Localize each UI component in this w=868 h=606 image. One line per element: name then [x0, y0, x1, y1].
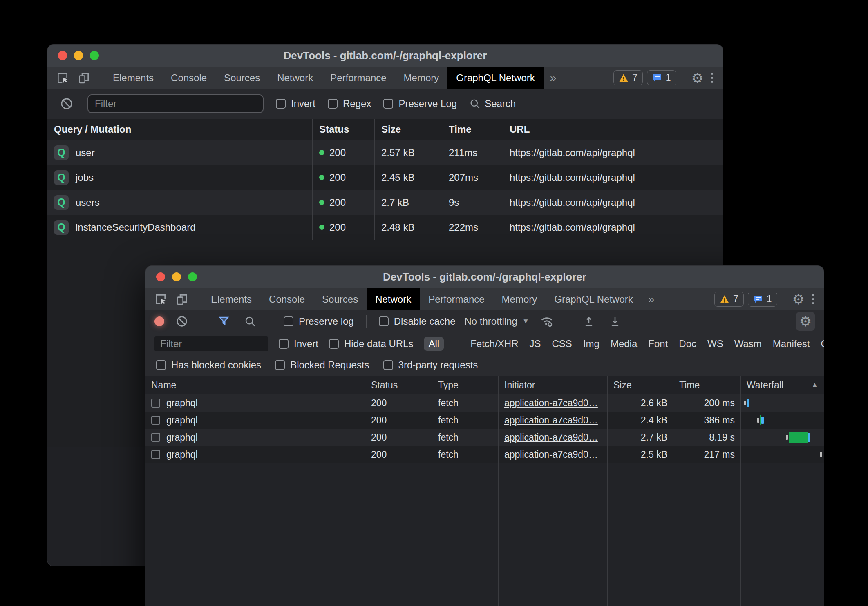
tab-overflow-chevron-icon[interactable]: » [642, 288, 661, 310]
titlebar[interactable]: DevTools - gitlab.com/-/graphql-explorer [47, 45, 723, 67]
invert-checkbox[interactable]: Invert [279, 338, 318, 350]
network-conditions-icon[interactable] [538, 313, 555, 330]
titlebar[interactable]: DevTools - gitlab.com/-/graphql-explorer [145, 266, 824, 288]
export-har-icon[interactable] [606, 313, 624, 330]
close-button[interactable] [58, 51, 67, 60]
graphql-request-row[interactable]: Quser 200 2.57 kB 211ms https://gitlab.c… [47, 140, 723, 165]
column-header-waterfall[interactable]: Waterfall ▲ [741, 376, 824, 394]
type-filter-css[interactable]: CSS [552, 338, 572, 350]
third-party-requests-checkbox[interactable]: 3rd-party requests [383, 359, 478, 371]
tab-console[interactable]: Console [260, 288, 313, 310]
more-options-icon[interactable] [708, 73, 716, 83]
row-checkbox[interactable] [151, 399, 160, 408]
tab-graphql-network[interactable]: GraphQL Network [447, 67, 544, 89]
column-header-time[interactable]: Time [673, 376, 741, 394]
initiator-link[interactable]: application-a7ca9d0… [504, 415, 598, 426]
invert-checkbox[interactable]: Invert [276, 98, 315, 109]
record-network-log-button[interactable] [154, 316, 164, 326]
more-options-icon[interactable] [809, 294, 817, 304]
inspect-element-icon[interactable] [152, 291, 169, 308]
minimize-button[interactable] [74, 51, 83, 60]
hide-data-urls-checkbox[interactable]: Hide data URLs [329, 338, 413, 350]
tab-elements[interactable]: Elements [104, 67, 162, 89]
clear-network-log-icon[interactable] [173, 313, 190, 330]
search-button[interactable]: Search [469, 98, 516, 109]
has-blocked-cookies-checkbox[interactable]: Has blocked cookies [156, 359, 261, 371]
type-filter-other[interactable]: Other [821, 338, 824, 350]
column-header-time[interactable]: Time [442, 119, 503, 140]
row-checkbox[interactable] [151, 416, 160, 425]
network-settings-button[interactable]: ⚙ [796, 312, 815, 331]
type-filter-manifest[interactable]: Manifest [773, 338, 810, 350]
close-button[interactable] [156, 272, 165, 281]
type-filter-img[interactable]: Img [583, 338, 600, 350]
column-header-query-mutation[interactable]: Query / Mutation [47, 119, 313, 140]
initiator-link[interactable]: application-a7ca9d0… [504, 398, 598, 409]
maximize-button[interactable] [188, 272, 197, 281]
tab-memory[interactable]: Memory [395, 67, 448, 89]
disable-cache-checkbox[interactable]: Disable cache [379, 316, 456, 327]
search-icon[interactable] [242, 313, 259, 330]
checkbox-icon[interactable] [328, 99, 338, 109]
clear-log-icon[interactable] [58, 95, 75, 112]
network-filter-input[interactable] [154, 336, 268, 351]
warnings-badge[interactable]: 7 [714, 292, 744, 307]
throttling-dropdown[interactable]: No throttling ▼ [464, 316, 529, 327]
blocked-requests-checkbox[interactable]: Blocked Requests [275, 359, 369, 371]
checkbox-icon[interactable] [276, 99, 286, 109]
column-header-status[interactable]: Status [313, 119, 375, 140]
checkbox-icon[interactable] [284, 316, 293, 326]
device-toolbar-icon[interactable] [75, 69, 92, 87]
type-filter-doc[interactable]: Doc [679, 338, 696, 350]
issues-badge[interactable]: 1 [647, 70, 676, 85]
warnings-badge[interactable]: 7 [613, 70, 643, 85]
column-header-status[interactable]: Status [365, 376, 432, 394]
graphql-request-row[interactable]: Qusers 200 2.7 kB 9s https://gitlab.com/… [47, 190, 723, 215]
initiator-link[interactable]: application-a7ca9d0… [504, 432, 598, 443]
checkbox-icon[interactable] [379, 316, 389, 326]
network-request-row[interactable]: graphql 200 fetch application-a7ca9d0… 2… [145, 429, 824, 446]
type-filter-wasm[interactable]: Wasm [734, 338, 762, 350]
tab-sources[interactable]: Sources [313, 288, 367, 310]
type-filter-font[interactable]: Font [648, 338, 668, 350]
checkbox-icon[interactable] [275, 360, 285, 370]
type-filter-all[interactable]: All [424, 337, 444, 351]
issues-badge[interactable]: 1 [748, 292, 777, 307]
column-header-url[interactable]: URL [503, 119, 723, 140]
regex-checkbox[interactable]: Regex [328, 98, 371, 109]
filter-funnel-icon[interactable] [215, 313, 233, 330]
checkbox-icon[interactable] [156, 360, 166, 370]
network-request-row[interactable]: graphql 200 fetch application-a7ca9d0… 2… [145, 446, 824, 463]
inspect-element-icon[interactable] [54, 69, 71, 87]
column-header-initiator[interactable]: Initiator [499, 376, 608, 394]
preserve-log-checkbox[interactable]: Preserve log [284, 316, 354, 327]
maximize-button[interactable] [90, 51, 99, 60]
checkbox-icon[interactable] [329, 339, 339, 349]
import-har-icon[interactable] [580, 313, 597, 330]
network-request-row[interactable]: graphql 200 fetch application-a7ca9d0… 2… [145, 394, 824, 412]
checkbox-icon[interactable] [279, 339, 289, 349]
tab-console[interactable]: Console [162, 67, 215, 89]
column-header-size[interactable]: Size [608, 376, 673, 394]
tab-graphql-network[interactable]: GraphQL Network [546, 288, 642, 310]
type-filter-js[interactable]: JS [530, 338, 541, 350]
column-header-name[interactable]: Name [145, 376, 365, 394]
row-checkbox[interactable] [151, 450, 160, 459]
tab-performance[interactable]: Performance [322, 67, 395, 89]
checkbox-icon[interactable] [383, 360, 393, 370]
tab-elements[interactable]: Elements [202, 288, 260, 310]
minimize-button[interactable] [172, 272, 181, 281]
graphql-request-row[interactable]: Qjobs 200 2.45 kB 207ms https://gitlab.c… [47, 165, 723, 190]
type-filter-ws[interactable]: WS [707, 338, 723, 350]
filter-input[interactable] [87, 94, 264, 113]
checkbox-icon[interactable] [383, 99, 393, 109]
graphql-request-row[interactable]: QinstanceSecurityDashboard 200 2.48 kB 2… [47, 215, 723, 240]
tab-network[interactable]: Network [367, 288, 420, 310]
network-request-row[interactable]: graphql 200 fetch application-a7ca9d0… 2… [145, 412, 824, 429]
type-filter-fetch-xhr[interactable]: Fetch/XHR [470, 338, 518, 350]
tab-sources[interactable]: Sources [215, 67, 268, 89]
column-header-size[interactable]: Size [375, 119, 442, 140]
tab-performance[interactable]: Performance [420, 288, 493, 310]
device-toolbar-icon[interactable] [173, 291, 190, 308]
column-header-type[interactable]: Type [432, 376, 499, 394]
